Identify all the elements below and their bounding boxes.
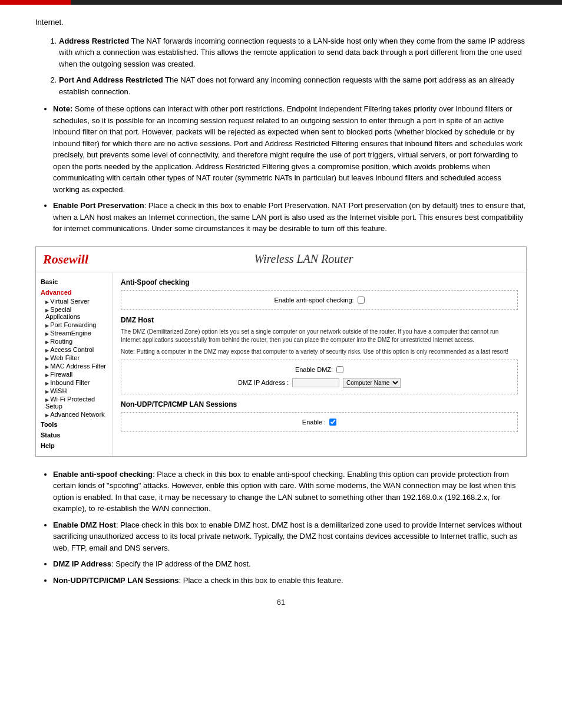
router-body: Basic Advanced Virtual Server Special Ap… [36, 272, 526, 456]
sidebar-item-inbound-filter[interactable]: Inbound Filter [36, 378, 112, 387]
non-udp-box: Enable : [121, 412, 518, 432]
sidebar-section-basic: Basic [36, 277, 112, 286]
anti-spoof-box: Enable anti-spoof checking: [121, 290, 518, 310]
bottom-bullet-0: Enable anti-spoof checking: Place a chec… [53, 469, 527, 515]
sidebar-advanced[interactable]: Advanced [36, 288, 112, 297]
top-bar [0, 0, 562, 5]
bottom-bullet-1: Enable DMZ Host: Place check in this box… [53, 519, 527, 554]
bullet-note: Note: Some of these options can interact… [53, 103, 527, 195]
sidebar-item-mac-filter[interactable]: MAC Address Filter [36, 362, 112, 370]
sidebar-status[interactable]: Status [36, 430, 112, 440]
bottom-bullet-3: Non-UDP/TCP/ICMP LAN Sessions: Place a c… [53, 575, 527, 587]
sidebar-item-virtual-server[interactable]: Virtual Server [36, 297, 112, 305]
page-content: Internet. Address Restricted The NAT for… [0, 5, 562, 630]
dmz-ip-input[interactable] [292, 378, 339, 387]
numbered-list: Address Restricted The NAT forwards inco… [59, 35, 527, 98]
router-header: Rosewill Wireless LAN Router [36, 247, 526, 272]
sidebar-item-wifi-protected[interactable]: Wi-Fi Protected Setup [36, 395, 112, 410]
anti-spoof-header: Anti-Spoof checking [121, 278, 518, 286]
intro-text: Internet. [35, 17, 527, 28]
sidebar-section-advanced: Advanced Virtual Server Special Applicat… [36, 288, 112, 419]
enable-non-udp-label: Enable : [302, 419, 326, 426]
anti-spoof-checkbox[interactable] [358, 297, 365, 304]
bottom-bullet-2-label: DMZ IP Address [53, 559, 111, 568]
non-udp-header: Non-UDP/TCP/ICMP LAN Sessions [121, 400, 518, 409]
bottom-bullet-1-text: : Place check in this box to enable DMZ … [53, 521, 522, 552]
router-sidebar: Basic Advanced Virtual Server Special Ap… [36, 272, 113, 456]
enable-non-udp-checkbox[interactable] [329, 419, 336, 426]
dmz-header: DMZ Host [121, 316, 518, 324]
top-bullet-list: Note: Some of these options can interact… [53, 103, 527, 235]
anti-spoof-label: Enable anti-spoof checking: [274, 297, 353, 304]
bullet-port-preservation: Enable Port Preservation: Place a check … [53, 200, 527, 235]
bottom-bullet-2: DMZ IP Address: Specify the IP address o… [53, 558, 527, 570]
bottom-bullet-2-text: : Specify the IP address of the DMZ host… [111, 559, 251, 568]
page-number: 61 [35, 598, 527, 607]
sidebar-item-routing[interactable]: Routing [36, 337, 112, 345]
dmz-box: Enable DMZ: DMZ IP Address : Computer Na… [121, 360, 518, 394]
enable-dmz-row: Enable DMZ: [127, 364, 511, 375]
sidebar-item-firewall[interactable]: Firewall [36, 370, 112, 378]
item2-label: Port And Address Restricted [59, 75, 163, 84]
sidebar-item-streamengine[interactable]: StreamEngine [36, 329, 112, 337]
dmz-ip-label: DMZ IP Address : [238, 379, 289, 386]
list-item-2: Port And Address Restricted The NAT does… [59, 74, 527, 97]
bottom-bullet-1-label: Enable DMZ Host [53, 521, 116, 529]
bottom-bullet-0-label: Enable anti-spoof checking [53, 470, 153, 479]
bullet-note-label: Note: [53, 104, 72, 113]
enable-non-udp-row: Enable : [127, 416, 511, 428]
item1-label: Address Restricted [59, 37, 129, 45]
router-interface: Rosewill Wireless LAN Router Basic Advan… [35, 246, 527, 457]
sidebar-item-web-filter[interactable]: Web Filter [36, 354, 112, 362]
router-main: Anti-Spoof checking Enable anti-spoof ch… [113, 272, 526, 456]
router-title: Wireless LAN Router [88, 252, 519, 266]
dmz-info: The DMZ (Demilitarized Zone) option lets… [121, 328, 518, 344]
bottom-bullet-list: Enable anti-spoof checking: Place a chec… [53, 469, 527, 587]
sidebar-item-wish[interactable]: WiSH [36, 387, 112, 395]
anti-spoof-row: Enable anti-spoof checking: [127, 294, 511, 306]
dmz-note: Note: Putting a computer in the DMZ may … [121, 348, 518, 356]
sidebar-item-access-control[interactable]: Access Control [36, 345, 112, 354]
sidebar-tools[interactable]: Tools [36, 420, 112, 429]
sidebar-section-tools: Tools [36, 420, 112, 429]
dmz-ip-row: DMZ IP Address : Computer Name [127, 375, 511, 390]
sidebar-item-port-forwarding[interactable]: Port Forwarding [36, 321, 112, 329]
bottom-bullet-3-label: Non-UDP/TCP/ICMP LAN Sessions [53, 576, 179, 585]
bullet-port-label: Enable Port Preservation [53, 201, 144, 210]
bottom-bullet-3-text: : Place a check in this box to enable th… [179, 576, 343, 585]
bullet-note-text: Some of these options can interact with … [53, 104, 523, 194]
sidebar-item-advanced-network[interactable]: Advanced Network [36, 410, 112, 419]
list-item-1: Address Restricted The NAT forwards inco… [59, 35, 527, 70]
enable-dmz-label: Enable DMZ: [295, 366, 333, 373]
router-logo: Rosewill [43, 252, 88, 267]
computer-name-select[interactable]: Computer Name [343, 378, 401, 388]
sidebar-item-special-apps[interactable]: Special Applications [36, 305, 112, 321]
sidebar-help[interactable]: Help [36, 441, 112, 450]
sidebar-basic[interactable]: Basic [36, 277, 112, 286]
enable-dmz-checkbox[interactable] [336, 366, 343, 373]
sidebar-section-help: Help [36, 441, 112, 450]
item1-text: The NAT forwards incoming connection req… [59, 37, 525, 68]
sidebar-section-status: Status [36, 430, 112, 440]
